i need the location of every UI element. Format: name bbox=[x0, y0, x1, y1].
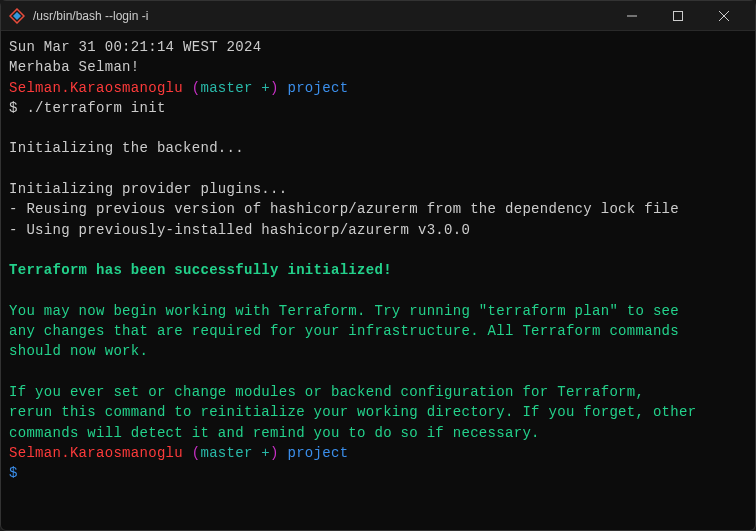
prompt-user: Selman.Karaosmanoglu bbox=[9, 80, 183, 96]
command-line: $ ./terraform init bbox=[9, 98, 747, 118]
blank-line bbox=[9, 118, 747, 138]
close-button[interactable] bbox=[701, 1, 747, 31]
info-para2-l3: commands will detect it and remind you t… bbox=[9, 423, 747, 443]
info-para1-l3: should now work. bbox=[9, 341, 747, 361]
prompt-branch: master + bbox=[200, 80, 270, 96]
blank-line bbox=[9, 362, 747, 382]
info-para2-l2: rerun this command to reinitialize your … bbox=[9, 402, 747, 422]
prompt-path: project bbox=[287, 80, 348, 96]
info-para1-l1: You may now begin working with Terraform… bbox=[9, 301, 747, 321]
svg-marker-1 bbox=[13, 12, 21, 20]
init-plugins-line: Initializing provider plugins... bbox=[9, 179, 747, 199]
prompt-branch: master + bbox=[200, 445, 270, 461]
blank-line bbox=[9, 159, 747, 179]
init-backend-line: Initializing the backend... bbox=[9, 138, 747, 158]
titlebar: /usr/bin/bash --login -i bbox=[1, 1, 755, 31]
info-para1-l2: any changes that are required for your i… bbox=[9, 321, 747, 341]
prompt-branch-open: ( bbox=[183, 445, 200, 461]
date-line: Sun Mar 31 00:21:14 WEST 2024 bbox=[9, 37, 747, 57]
greeting-line: Merhaba Selman! bbox=[9, 57, 747, 77]
blank-line bbox=[9, 281, 747, 301]
maximize-button[interactable] bbox=[655, 1, 701, 31]
prompt-path: project bbox=[287, 445, 348, 461]
prompt-branch-close: ) bbox=[270, 445, 287, 461]
success-line: Terraform has been successfully initiali… bbox=[9, 260, 747, 280]
prompt-user: Selman.Karaosmanoglu bbox=[9, 445, 183, 461]
reuse-line: - Reusing previous version of hashicorp/… bbox=[9, 199, 747, 219]
svg-rect-3 bbox=[674, 11, 683, 20]
window-title: /usr/bin/bash --login -i bbox=[33, 9, 609, 23]
prompt-branch-close: ) bbox=[270, 80, 287, 96]
minimize-button[interactable] bbox=[609, 1, 655, 31]
window-controls bbox=[609, 1, 747, 31]
using-line: - Using previously-installed hashicorp/a… bbox=[9, 220, 747, 240]
info-para2-l1: If you ever set or change modules or bac… bbox=[9, 382, 747, 402]
terminal-window: /usr/bin/bash --login -i Sun Mar 31 00:2… bbox=[0, 0, 756, 531]
prompt-branch-open: ( bbox=[183, 80, 200, 96]
app-icon bbox=[9, 8, 25, 24]
blank-line bbox=[9, 240, 747, 260]
prompt-line: Selman.Karaosmanoglu (master +) project bbox=[9, 443, 747, 463]
cursor-prompt: $ bbox=[9, 463, 747, 483]
terminal-output[interactable]: Sun Mar 31 00:21:14 WEST 2024 Merhaba Se… bbox=[1, 31, 755, 530]
prompt-line: Selman.Karaosmanoglu (master +) project bbox=[9, 78, 747, 98]
